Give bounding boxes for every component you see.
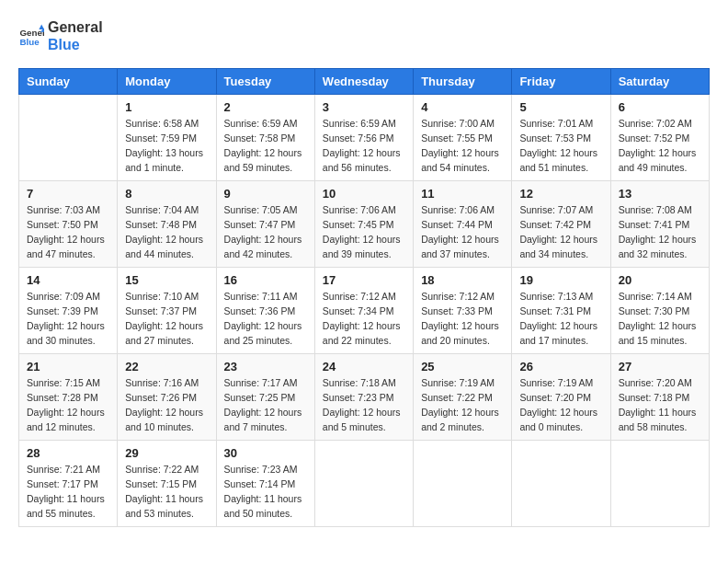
- calendar-cell: 7Sunrise: 7:03 AM Sunset: 7:50 PM Daylig…: [19, 181, 118, 268]
- day-number: 7: [27, 187, 109, 201]
- svg-marker-2: [39, 25, 44, 30]
- day-number: 27: [619, 360, 701, 373]
- calendar-cell: 19Sunrise: 7:13 AM Sunset: 7:31 PM Dayli…: [512, 268, 610, 354]
- day-number: 13: [619, 187, 701, 201]
- calendar-cell: 30Sunrise: 7:23 AM Sunset: 7:14 PM Dayli…: [216, 441, 314, 527]
- calendar-week-row: 14Sunrise: 7:09 AM Sunset: 7:39 PM Dayli…: [19, 268, 710, 354]
- svg-text:Blue: Blue: [19, 37, 40, 47]
- calendar-cell: [314, 441, 413, 527]
- day-info: Sunrise: 6:59 AM Sunset: 7:58 PM Dayligh…: [224, 117, 307, 175]
- day-number: 21: [27, 360, 109, 373]
- day-info: Sunrise: 7:14 AM Sunset: 7:30 PM Dayligh…: [619, 290, 701, 348]
- day-info: Sunrise: 7:01 AM Sunset: 7:53 PM Dayligh…: [519, 117, 602, 175]
- day-info: Sunrise: 7:12 AM Sunset: 7:34 PM Dayligh…: [323, 290, 405, 348]
- day-info: Sunrise: 6:59 AM Sunset: 7:56 PM Dayligh…: [323, 117, 405, 175]
- day-info: Sunrise: 7:02 AM Sunset: 7:52 PM Dayligh…: [619, 117, 701, 175]
- day-number: 19: [519, 273, 602, 287]
- calendar-cell: 8Sunrise: 7:04 AM Sunset: 7:48 PM Daylig…: [118, 181, 216, 268]
- logo-general: General: [48, 18, 103, 36]
- day-info: Sunrise: 7:15 AM Sunset: 7:28 PM Dayligh…: [27, 376, 109, 434]
- day-info: Sunrise: 7:07 AM Sunset: 7:42 PM Dayligh…: [519, 203, 602, 261]
- day-info: Sunrise: 7:11 AM Sunset: 7:36 PM Dayligh…: [224, 290, 307, 348]
- calendar-table: SundayMondayTuesdayWednesdayThursdayFrid…: [18, 68, 710, 527]
- calendar-week-row: 21Sunrise: 7:15 AM Sunset: 7:28 PM Dayli…: [19, 354, 710, 441]
- day-info: Sunrise: 6:58 AM Sunset: 7:59 PM Dayligh…: [125, 117, 208, 175]
- weekday-header: Sunday: [19, 69, 118, 95]
- day-number: 4: [421, 100, 504, 114]
- day-number: 8: [125, 187, 208, 201]
- logo-blue: Blue: [48, 36, 103, 53]
- calendar-cell: 28Sunrise: 7:21 AM Sunset: 7:17 PM Dayli…: [19, 441, 118, 527]
- calendar-cell: 26Sunrise: 7:19 AM Sunset: 7:20 PM Dayli…: [512, 354, 610, 441]
- day-info: Sunrise: 7:06 AM Sunset: 7:44 PM Dayligh…: [421, 203, 504, 261]
- weekday-header: Tuesday: [216, 69, 314, 95]
- day-info: Sunrise: 7:23 AM Sunset: 7:14 PM Dayligh…: [224, 463, 307, 521]
- calendar-cell: 1Sunrise: 6:58 AM Sunset: 7:59 PM Daylig…: [118, 95, 216, 181]
- calendar-week-row: 7Sunrise: 7:03 AM Sunset: 7:50 PM Daylig…: [19, 181, 710, 268]
- calendar-week-row: 28Sunrise: 7:21 AM Sunset: 7:17 PM Dayli…: [19, 441, 710, 527]
- day-info: Sunrise: 7:06 AM Sunset: 7:45 PM Dayligh…: [323, 203, 405, 261]
- calendar-cell: 13Sunrise: 7:08 AM Sunset: 7:41 PM Dayli…: [610, 181, 709, 268]
- day-number: 30: [224, 446, 307, 460]
- day-info: Sunrise: 7:00 AM Sunset: 7:55 PM Dayligh…: [421, 117, 504, 175]
- day-number: 5: [519, 100, 602, 114]
- day-info: Sunrise: 7:22 AM Sunset: 7:15 PM Dayligh…: [125, 463, 208, 521]
- calendar-cell: 11Sunrise: 7:06 AM Sunset: 7:44 PM Dayli…: [414, 181, 512, 268]
- calendar-cell: 4Sunrise: 7:00 AM Sunset: 7:55 PM Daylig…: [414, 95, 512, 181]
- calendar-header-row: SundayMondayTuesdayWednesdayThursdayFrid…: [19, 69, 710, 95]
- calendar-cell: 9Sunrise: 7:05 AM Sunset: 7:47 PM Daylig…: [216, 181, 314, 268]
- day-number: 15: [125, 273, 208, 287]
- day-number: 16: [224, 273, 307, 287]
- calendar-cell: 3Sunrise: 6:59 AM Sunset: 7:56 PM Daylig…: [314, 95, 413, 181]
- calendar-cell: 27Sunrise: 7:20 AM Sunset: 7:18 PM Dayli…: [610, 354, 709, 441]
- day-info: Sunrise: 7:20 AM Sunset: 7:18 PM Dayligh…: [619, 376, 701, 434]
- calendar-cell: 10Sunrise: 7:06 AM Sunset: 7:45 PM Dayli…: [314, 181, 413, 268]
- day-number: 1: [125, 100, 208, 114]
- calendar-cell: 17Sunrise: 7:12 AM Sunset: 7:34 PM Dayli…: [314, 268, 413, 354]
- day-info: Sunrise: 7:16 AM Sunset: 7:26 PM Dayligh…: [125, 376, 208, 434]
- day-info: Sunrise: 7:04 AM Sunset: 7:48 PM Dayligh…: [125, 203, 208, 261]
- calendar-cell: 14Sunrise: 7:09 AM Sunset: 7:39 PM Dayli…: [19, 268, 118, 354]
- day-info: Sunrise: 7:17 AM Sunset: 7:25 PM Dayligh…: [224, 376, 307, 434]
- calendar-cell: 25Sunrise: 7:19 AM Sunset: 7:22 PM Dayli…: [414, 354, 512, 441]
- day-info: Sunrise: 7:18 AM Sunset: 7:23 PM Dayligh…: [323, 376, 405, 434]
- logo: General Blue General Blue: [18, 18, 103, 53]
- day-number: 9: [224, 187, 307, 201]
- calendar-cell: 24Sunrise: 7:18 AM Sunset: 7:23 PM Dayli…: [314, 354, 413, 441]
- day-number: 22: [125, 360, 208, 373]
- calendar-cell: 16Sunrise: 7:11 AM Sunset: 7:36 PM Dayli…: [216, 268, 314, 354]
- weekday-header: Friday: [512, 69, 610, 95]
- day-number: 6: [619, 100, 701, 114]
- calendar-cell: [610, 441, 709, 527]
- calendar-cell: 15Sunrise: 7:10 AM Sunset: 7:37 PM Dayli…: [118, 268, 216, 354]
- calendar-cell: 29Sunrise: 7:22 AM Sunset: 7:15 PM Dayli…: [118, 441, 216, 527]
- day-info: Sunrise: 7:13 AM Sunset: 7:31 PM Dayligh…: [519, 290, 602, 348]
- day-info: Sunrise: 7:19 AM Sunset: 7:22 PM Dayligh…: [421, 376, 504, 434]
- weekday-header: Saturday: [610, 69, 709, 95]
- day-info: Sunrise: 7:03 AM Sunset: 7:50 PM Dayligh…: [27, 203, 109, 261]
- calendar-cell: 5Sunrise: 7:01 AM Sunset: 7:53 PM Daylig…: [512, 95, 610, 181]
- calendar-cell: 6Sunrise: 7:02 AM Sunset: 7:52 PM Daylig…: [610, 95, 709, 181]
- logo-icon: General Blue: [18, 23, 44, 49]
- day-number: 3: [323, 100, 405, 114]
- day-number: 23: [224, 360, 307, 373]
- day-info: Sunrise: 7:08 AM Sunset: 7:41 PM Dayligh…: [619, 203, 701, 261]
- day-number: 20: [619, 273, 701, 287]
- day-number: 26: [519, 360, 602, 373]
- calendar-cell: 23Sunrise: 7:17 AM Sunset: 7:25 PM Dayli…: [216, 354, 314, 441]
- day-number: 17: [323, 273, 405, 287]
- day-info: Sunrise: 7:19 AM Sunset: 7:20 PM Dayligh…: [519, 376, 602, 434]
- day-number: 25: [421, 360, 504, 373]
- calendar-cell: [512, 441, 610, 527]
- calendar-cell: 12Sunrise: 7:07 AM Sunset: 7:42 PM Dayli…: [512, 181, 610, 268]
- calendar-cell: [414, 441, 512, 527]
- day-number: 11: [421, 187, 504, 201]
- day-number: 29: [125, 446, 208, 460]
- calendar-week-row: 1Sunrise: 6:58 AM Sunset: 7:59 PM Daylig…: [19, 95, 710, 181]
- weekday-header: Wednesday: [314, 69, 413, 95]
- day-number: 18: [421, 273, 504, 287]
- calendar-cell: 21Sunrise: 7:15 AM Sunset: 7:28 PM Dayli…: [19, 354, 118, 441]
- calendar-cell: 2Sunrise: 6:59 AM Sunset: 7:58 PM Daylig…: [216, 95, 314, 181]
- weekday-header: Thursday: [414, 69, 512, 95]
- day-number: 14: [27, 273, 109, 287]
